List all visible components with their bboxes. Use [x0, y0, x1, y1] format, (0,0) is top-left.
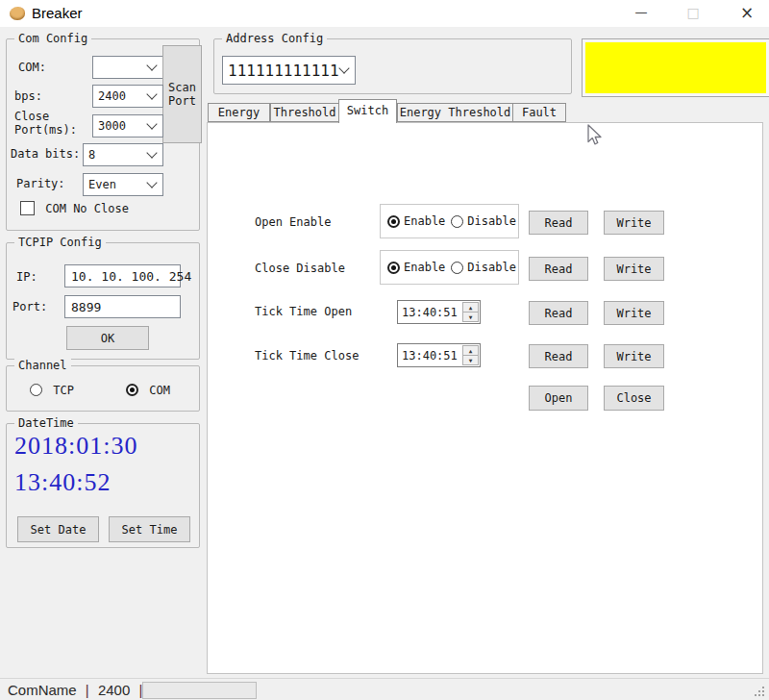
scan-port-button[interactable]: Scan Port — [162, 45, 202, 143]
port-value: 8899 — [71, 300, 101, 314]
set-time-label: Set Time — [122, 523, 178, 537]
app-icon — [10, 7, 25, 20]
open-enable-label: Open Enable — [255, 215, 331, 229]
tick-time-open-write-button[interactable]: Write — [604, 301, 664, 325]
tab-switch[interactable]: Switch — [338, 99, 397, 123]
close-icon: × — [740, 3, 754, 22]
close-disable-radio-group: Enable Disable — [380, 250, 519, 285]
datetime-group: DateTime 2018:01:30 13:40:52 Set Date Se… — [6, 423, 200, 548]
close-disable-enable-radio[interactable] — [387, 262, 400, 274]
tick-time-open-spinner[interactable]: 13:40:51 ▲ ▼ — [397, 300, 481, 324]
arrow-up-icon: ▲ — [469, 304, 473, 311]
set-date-button[interactable]: Set Date — [17, 516, 99, 542]
com-no-close-checkbox[interactable] — [20, 201, 35, 215]
spin-down-button[interactable]: ▼ — [462, 355, 479, 365]
breaker-window: Breaker — □ × Com Config COM: Scan Port … — [0, 0, 769, 700]
open-button[interactable]: Open — [529, 386, 588, 411]
tick-time-close-spinner[interactable]: 13:40:51 ▲ ▼ — [397, 343, 481, 367]
port-field[interactable]: 8899 — [64, 295, 181, 318]
tab-switch-label: Switch — [347, 104, 388, 117]
parity-value: Even — [88, 178, 116, 191]
close-disable-read-button[interactable]: Read — [529, 257, 588, 281]
tab-threshold[interactable]: Threshold — [270, 103, 339, 122]
com-label: COM: — [18, 61, 46, 74]
disable-label: Disable — [467, 214, 516, 228]
close-port-select[interactable]: 3000 — [92, 114, 163, 138]
open-label: Open — [545, 391, 573, 405]
data-bits-select[interactable]: 8 — [83, 143, 163, 166]
status-bps: 2400 — [98, 682, 130, 698]
write-label: Write — [616, 216, 651, 230]
channel-title: Channel — [14, 359, 71, 372]
close-disable-label: Close Disable — [255, 262, 345, 275]
com-select[interactable] — [92, 56, 163, 79]
spin-up-button[interactable]: ▲ — [462, 302, 479, 312]
write-label: Write — [616, 350, 651, 363]
maximize-icon: □ — [686, 5, 699, 20]
ok-button[interactable]: OK — [66, 326, 149, 350]
address-select[interactable]: 111111111111 — [222, 56, 356, 85]
tick-time-close-read-button[interactable]: Read — [529, 344, 588, 368]
arrow-up-icon: ▲ — [469, 347, 473, 354]
minimize-button[interactable]: — — [625, 0, 657, 27]
channel-com-option[interactable]: COM — [126, 383, 170, 397]
bps-select[interactable]: 2400 — [92, 85, 163, 108]
parity-select[interactable]: Even — [83, 173, 163, 196]
com-config-title: Com Config — [14, 32, 91, 45]
status-com-name: ComName — [8, 682, 77, 698]
com-no-close-row: COM No Close — [20, 201, 129, 215]
minimize-icon: — — [635, 5, 648, 19]
com-label: COM — [149, 384, 170, 397]
channel-tcp-option[interactable]: TCP — [30, 383, 74, 397]
resize-grip[interactable] — [755, 687, 766, 698]
open-enable-enable-radio[interactable] — [387, 215, 400, 228]
tick-time-open-read-button[interactable]: Read — [529, 301, 588, 325]
close-action-button[interactable]: Close — [604, 386, 664, 411]
close-disable-write-button[interactable]: Write — [604, 257, 664, 281]
tab-energy-label: Energy — [218, 106, 260, 119]
tick-time-close-write-button[interactable]: Write — [604, 344, 664, 368]
port-label: Port: — [12, 300, 47, 313]
close-button[interactable]: × — [731, 0, 763, 27]
ip-label: IP: — [16, 270, 37, 284]
status-separator: | — [81, 682, 94, 698]
spin-down-button[interactable]: ▼ — [462, 312, 479, 322]
date-display: 2018:01:30 — [14, 432, 137, 461]
enable-label: Enable — [404, 214, 445, 228]
data-bits-label: Data bits: — [11, 147, 80, 161]
tab-threshold-label: Threshold — [273, 106, 335, 119]
com-no-close-label: COM No Close — [45, 202, 129, 215]
chevron-down-icon — [338, 62, 349, 73]
spin-up-button[interactable]: ▲ — [462, 345, 479, 355]
open-enable-read-button[interactable]: Read — [529, 211, 588, 235]
com-config-group: Com Config COM: Scan Port bps: 2400 Clos… — [6, 38, 200, 231]
tcpip-config-group: TCPIP Config IP: 10. 10. 100. 254 Port: … — [6, 242, 200, 360]
channel-group: Channel TCP COM — [6, 365, 200, 412]
open-enable-disable-radio[interactable] — [451, 215, 463, 228]
tab-energy-threshold[interactable]: Energy Threshold — [397, 103, 513, 122]
close-port-value: 3000 — [98, 119, 126, 133]
status-bar: ComName | 2400 | — [0, 678, 769, 700]
spinner-buttons: ▲ ▼ — [461, 301, 480, 323]
com-radio[interactable] — [126, 384, 138, 396]
mouse-cursor — [586, 124, 603, 149]
chevron-down-icon — [146, 60, 157, 70]
tick-time-open-value: 13:40:51 — [398, 306, 461, 319]
tab-energy[interactable]: Energy — [208, 103, 270, 122]
tick-time-open-label: Tick Time Open — [255, 305, 352, 318]
status-indicator-frame — [582, 38, 769, 97]
disable-label: Disable — [467, 261, 516, 274]
ip-field[interactable]: 10. 10. 100. 254 — [64, 264, 181, 288]
set-time-button[interactable]: Set Time — [109, 516, 190, 542]
close-port-label: Close Port(ms): — [14, 110, 86, 137]
tab-fault[interactable]: Fault — [512, 103, 566, 122]
bps-label: bps: — [14, 89, 42, 103]
maximize-button[interactable]: □ — [677, 0, 709, 27]
write-label: Write — [616, 307, 651, 320]
close-disable-disable-radio[interactable] — [451, 262, 463, 274]
parity-label: Parity: — [16, 177, 65, 190]
address-value: 111111111111 — [228, 62, 339, 80]
tcp-radio[interactable] — [30, 384, 42, 396]
address-config-title: Address Config — [222, 32, 327, 45]
open-enable-write-button[interactable]: Write — [604, 211, 664, 235]
